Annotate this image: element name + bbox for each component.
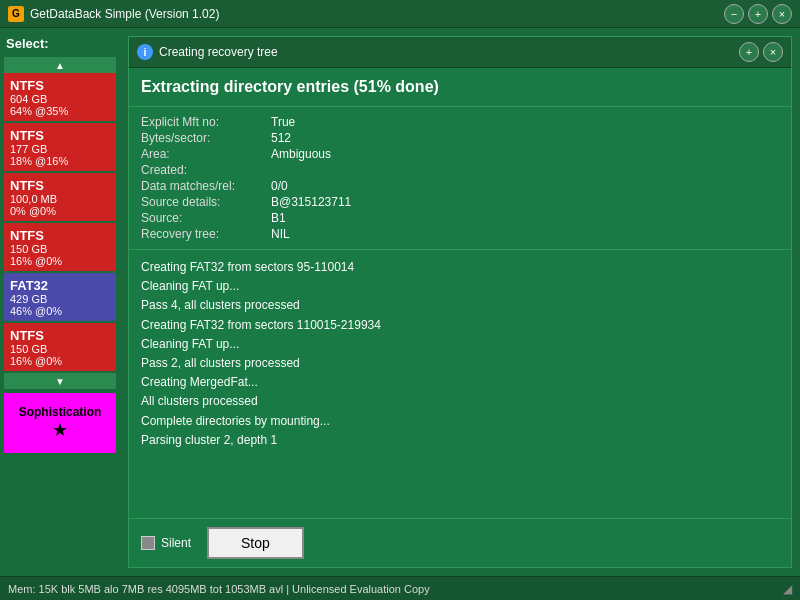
drive-fs-0: NTFS <box>10 78 110 93</box>
info-icon: i <box>137 44 153 60</box>
area-label: Area: <box>141 147 271 161</box>
status-bar: Mem: 15K blk 5MB alo 7MB res 4095MB tot … <box>0 576 800 600</box>
stop-button[interactable]: Stop <box>207 527 304 559</box>
drive-pct-4: 46% @0% <box>10 305 110 317</box>
drive-size-3: 150 GB <box>10 243 110 255</box>
close-button[interactable]: × <box>772 4 792 24</box>
log-line-6: Creating MergedFat... <box>141 373 779 392</box>
drive-item-0[interactable]: NTFS 604 GB 64% @35% <box>4 73 116 121</box>
explicit-mft-label: Explicit Mft no: <box>141 115 271 129</box>
dialog-info: Explicit Mft no: True Bytes/sector: 512 … <box>129 107 791 250</box>
sidebar-label: Select: <box>4 32 116 57</box>
scroll-down-button[interactable]: ▼ <box>4 373 116 389</box>
data-matches-value: 0/0 <box>271 179 779 193</box>
drive-item-2[interactable]: NTFS 100,0 MB 0% @0% <box>4 173 116 221</box>
log-line-2: Pass 4, all clusters processed <box>141 296 779 315</box>
dialog-title: Extracting directory entries (51% done) <box>141 78 779 96</box>
content-area: i Creating recovery tree + × Extracting … <box>120 28 800 576</box>
resize-grip-icon: ◢ <box>783 582 792 596</box>
log-line-9: Parsing cluster 2, depth 1 <box>141 431 779 450</box>
drive-pct-1: 18% @16% <box>10 155 110 167</box>
explicit-mft-value: True <box>271 115 779 129</box>
dialog-plus-button[interactable]: + <box>739 42 759 62</box>
log-line-0: Creating FAT32 from sectors 95-110014 <box>141 258 779 277</box>
data-matches-label: Data matches/rel: <box>141 179 271 193</box>
log-line-5: Pass 2, all clusters processed <box>141 354 779 373</box>
drive-item-4[interactable]: FAT32 429 GB 46% @0% <box>4 273 116 321</box>
sophistication-label: Sophistication <box>19 405 102 419</box>
drive-size-4: 429 GB <box>10 293 110 305</box>
minimize-button[interactable]: − <box>724 4 744 24</box>
drive-fs-3: NTFS <box>10 228 110 243</box>
created-value <box>271 163 779 177</box>
window-controls: − + × <box>724 4 792 24</box>
dialog-log: Creating FAT32 from sectors 95-110014 Cl… <box>129 250 791 518</box>
recovery-tree-label: Recovery tree: <box>141 227 271 241</box>
dialog-header-buttons: + × <box>739 42 783 62</box>
dialog-header-title: Creating recovery tree <box>159 45 278 59</box>
dialog-footer: Silent Stop <box>129 518 791 567</box>
log-line-7: All clusters processed <box>141 392 779 411</box>
drive-fs-1: NTFS <box>10 128 110 143</box>
app-icon: G <box>8 6 24 22</box>
status-mem-info: Mem: 15K blk 5MB alo 7MB res 4095MB tot … <box>8 583 430 595</box>
silent-checkbox[interactable] <box>141 536 155 550</box>
scroll-up-button[interactable]: ▲ <box>4 57 116 73</box>
drive-fs-4: FAT32 <box>10 278 110 293</box>
dialog-header: i Creating recovery tree + × <box>129 37 791 68</box>
recovery-tree-value: NIL <box>271 227 779 241</box>
log-line-4: Cleaning FAT up... <box>141 335 779 354</box>
source-value: B1 <box>271 211 779 225</box>
bytes-sector-value: 512 <box>271 131 779 145</box>
drive-size-5: 150 GB <box>10 343 110 355</box>
drive-pct-3: 16% @0% <box>10 255 110 267</box>
source-details-value: B@315123711 <box>271 195 779 209</box>
drive-item-1[interactable]: NTFS 177 GB 18% @16% <box>4 123 116 171</box>
area-value: Ambiguous <box>271 147 779 161</box>
drive-fs-2: NTFS <box>10 178 110 193</box>
app-title: GetDataBack Simple (Version 1.02) <box>30 7 724 21</box>
dialog-close-button[interactable]: × <box>763 42 783 62</box>
silent-checkbox-group: Silent <box>141 536 191 550</box>
sidebar: Select: ▲ NTFS 604 GB 64% @35% NTFS 177 … <box>0 28 120 576</box>
drive-pct-5: 16% @0% <box>10 355 110 367</box>
drive-size-1: 177 GB <box>10 143 110 155</box>
drive-item-3[interactable]: NTFS 150 GB 16% @0% <box>4 223 116 271</box>
bytes-sector-label: Bytes/sector: <box>141 131 271 145</box>
log-line-1: Cleaning FAT up... <box>141 277 779 296</box>
source-label: Source: <box>141 211 271 225</box>
dialog-header-left: i Creating recovery tree <box>137 44 278 60</box>
drive-size-0: 604 GB <box>10 93 110 105</box>
sophistication-button[interactable]: Sophistication ★ <box>4 393 116 453</box>
created-label: Created: <box>141 163 271 177</box>
title-bar: G GetDataBack Simple (Version 1.02) − + … <box>0 0 800 28</box>
drive-pct-2: 0% @0% <box>10 205 110 217</box>
log-line-8: Complete directories by mounting... <box>141 412 779 431</box>
drive-size-2: 100,0 MB <box>10 193 110 205</box>
main-area: Select: ▲ NTFS 604 GB 64% @35% NTFS 177 … <box>0 28 800 576</box>
log-line-3: Creating FAT32 from sectors 110015-21993… <box>141 316 779 335</box>
drive-item-5[interactable]: NTFS 150 GB 16% @0% <box>4 323 116 371</box>
sophistication-star: ★ <box>52 419 68 441</box>
drive-fs-5: NTFS <box>10 328 110 343</box>
drive-pct-0: 64% @35% <box>10 105 110 117</box>
dialog: i Creating recovery tree + × Extracting … <box>128 36 792 568</box>
source-details-label: Source details: <box>141 195 271 209</box>
silent-label: Silent <box>161 536 191 550</box>
dialog-title-bar: Extracting directory entries (51% done) <box>129 68 791 107</box>
maximize-button[interactable]: + <box>748 4 768 24</box>
